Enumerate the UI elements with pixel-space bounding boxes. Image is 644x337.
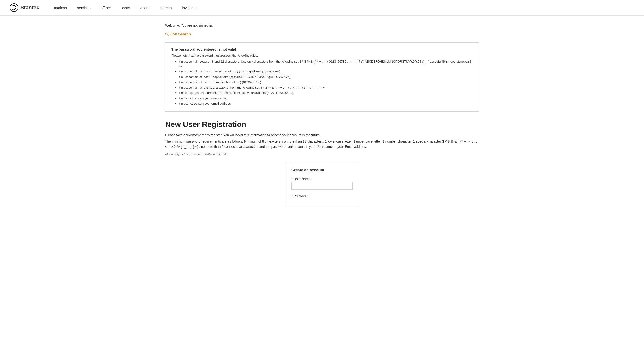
nav-markets[interactable]: markets bbox=[49, 0, 72, 16]
username-required-star: * bbox=[291, 177, 292, 181]
search-icon bbox=[165, 32, 169, 36]
mandatory-note: Mandatory fields are marked with an aste… bbox=[165, 152, 479, 156]
registration-title: New User Registration bbox=[165, 120, 479, 129]
error-rules-list: It must contain between 8 and 12 charact… bbox=[171, 59, 473, 106]
logo-link[interactable]: Stantec bbox=[10, 3, 39, 12]
password-required-star: * bbox=[291, 194, 292, 198]
site-header: Stantec markets services offices ideas a… bbox=[0, 0, 644, 16]
nav-about[interactable]: about bbox=[135, 0, 155, 16]
welcome-message: Welcome. You are not signed in. bbox=[165, 24, 479, 27]
main-content: Welcome. You are not signed in. Job Sear… bbox=[156, 16, 488, 214]
create-account-box: Create an account *User Name *Password bbox=[285, 162, 359, 207]
username-input[interactable] bbox=[291, 182, 353, 190]
stantec-logo-icon bbox=[10, 3, 18, 12]
svg-point-0 bbox=[10, 4, 18, 12]
error-rule-4: It must contain at least 1 numeric chara… bbox=[178, 80, 473, 84]
error-rule-2: It must contain at least 1 lowercase let… bbox=[178, 69, 473, 74]
svg-line-2 bbox=[168, 35, 169, 36]
create-account-title: Create an account bbox=[291, 168, 353, 172]
error-title: The password you entered is not valid bbox=[171, 47, 473, 51]
nav-careers[interactable]: careers bbox=[154, 0, 177, 16]
registration-desc1: Please take a few moments to register. Y… bbox=[165, 132, 479, 138]
error-rule-7: It must not contain your user name. bbox=[178, 96, 473, 101]
nav-ideas[interactable]: ideas bbox=[116, 0, 135, 16]
job-search-label: Job Search bbox=[170, 32, 191, 36]
error-rule-1: It must contain between 8 and 12 charact… bbox=[178, 59, 473, 68]
username-label: *User Name bbox=[291, 177, 353, 181]
error-box: The password you entered is not valid Pl… bbox=[165, 42, 479, 112]
error-rule-6: It must not contain more than 2 identica… bbox=[178, 90, 473, 95]
nav-investors[interactable]: investors bbox=[177, 0, 202, 16]
main-nav: markets services offices ideas about car… bbox=[49, 0, 202, 16]
password-field-group: *Password bbox=[291, 194, 353, 198]
error-rule-3: It must contain at least 1 capital lette… bbox=[178, 74, 473, 80]
nav-offices[interactable]: offices bbox=[96, 0, 116, 16]
username-field-group: *User Name bbox=[291, 177, 353, 190]
registration-desc2: The minimum password requirements are as… bbox=[165, 139, 479, 150]
error-rule-5: It must contain at least 1 character(s) … bbox=[178, 85, 473, 90]
logo-text: Stantec bbox=[20, 4, 39, 11]
job-search-link[interactable]: Job Search bbox=[165, 32, 479, 36]
password-label: *Password bbox=[291, 194, 353, 198]
error-intro: Please note that the password must respe… bbox=[171, 54, 473, 57]
error-rule-8: It must not contain your email address. bbox=[178, 101, 473, 106]
nav-services[interactable]: services bbox=[72, 0, 96, 16]
